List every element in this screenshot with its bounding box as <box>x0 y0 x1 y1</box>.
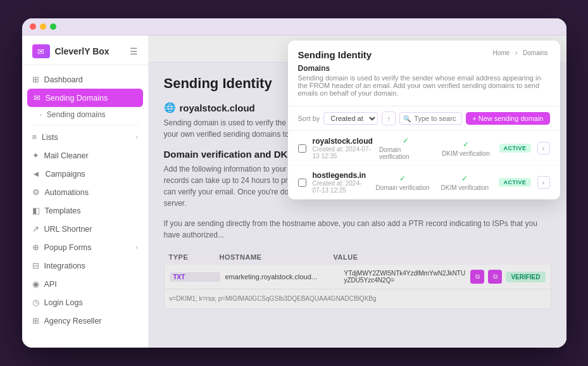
sidebar-item-lists[interactable]: ≡ Lists › <box>22 128 148 146</box>
modal-toolbar: Sort by Created at ↑ 🔍 + New sending dom… <box>288 106 560 131</box>
nav-divider <box>32 125 138 125</box>
sort-order-button[interactable]: ↑ <box>382 111 396 125</box>
modal-overlay: Sending Identity Home › Domains Domains … <box>149 35 566 348</box>
domain-verification-label-2: Domain verification <box>375 184 429 191</box>
sidebar-item-label: URL Shortner <box>44 225 92 234</box>
dkim-verification-label-1: DKIM verification <box>442 150 490 157</box>
domain-verification-col-2: ✓ Domain verification <box>375 174 430 191</box>
modal-title: Sending Identity <box>298 49 372 60</box>
sidebar-item-label: Mail Cleaner <box>44 151 89 160</box>
sidebar-item-automations[interactable]: ⚙ Automations <box>22 183 148 201</box>
domain-row-2: hostlegends.in Created at: 2024-07-13 12… <box>288 166 560 199</box>
new-domain-button[interactable]: + New sending domain <box>466 112 549 125</box>
chevron-icon: › <box>135 134 137 141</box>
modal-sub-desc: Sending domain is used to verify the sen… <box>298 74 550 97</box>
sort-label: Sort by <box>298 115 320 122</box>
sidebar-item-dashboard[interactable]: ⊞ Dashboard <box>22 70 148 89</box>
window-maximize-dot[interactable] <box>50 23 56 30</box>
sidebar-item-integrations[interactable]: ⊟ Integrations <box>22 256 148 275</box>
window-close-dot[interactable] <box>30 23 36 30</box>
sidebar-item-label: Dashboard <box>44 75 83 84</box>
domain-verification-col-1: ✓ Domain verification <box>379 136 433 160</box>
browser-window: ✉ CleverlY Box ☰ ⊞ Dashboard ✉ Sending D… <box>22 18 566 348</box>
modal-sub-title: Domains <box>298 64 550 73</box>
domain-date-2: Created at: 2024-07-13 12:25 <box>313 180 368 194</box>
sidebar-item-label: Agency Reseller <box>44 317 102 325</box>
dkim-verification-col-1: ✓ DKIM verification <box>439 140 493 157</box>
sub-item-dot: · <box>40 110 42 119</box>
domain-name-2: hostlegends.in <box>313 171 368 180</box>
app-container: ✉ CleverlY Box ☰ ⊞ Dashboard ✉ Sending D… <box>22 35 566 348</box>
status-badge-1: ACTIVE <box>499 144 531 153</box>
dkim-verification-label-2: DKIM verification <box>441 184 489 191</box>
domain-row-1: royalstock.cloud Created at: 2024-07-13 … <box>288 131 560 166</box>
agency-reseller-icon: ⊞ <box>32 316 39 325</box>
sending-domains-icon: ✉ <box>34 93 41 103</box>
sort-select[interactable]: Created at <box>323 112 378 125</box>
sidebar-item-label: Templates <box>45 206 81 215</box>
sidebar-item-api[interactable]: ◉ API <box>22 275 148 293</box>
logo-icon: ✉ <box>32 44 50 58</box>
domain-name-1: royalstock.cloud <box>313 137 373 146</box>
sidebar-item-label: Lists <box>42 133 58 142</box>
url-shortner-icon: ↗ <box>32 224 39 234</box>
sidebar-nav: ⊞ Dashboard ✉ Sending Domains · Sending … <box>22 65 148 340</box>
sidebar-item-popup-forms[interactable]: ⊕ Popup Forms › <box>22 238 148 256</box>
sidebar-item-label: Sending Domains <box>46 94 108 103</box>
search-icon-small: 🔍 <box>403 115 411 122</box>
modal-header: Sending Identity Home › Domains Domains … <box>288 41 560 106</box>
domain-verification-label-1: Domain verification <box>379 146 433 160</box>
browser-chrome <box>22 18 566 35</box>
logo-text: CleverlY Box <box>55 46 109 56</box>
dkim-verify-check-2: ✓ <box>461 174 468 183</box>
campaigns-icon: ◄ <box>32 169 41 179</box>
main-content: 🔍 Reputation Score 100% Dev Rathi ▾ <box>149 35 566 348</box>
domain-actions-btn-2[interactable]: › <box>537 176 550 189</box>
sidebar-sub-item-label: Sending domains <box>47 110 106 119</box>
api-icon: ◉ <box>32 279 39 289</box>
search-wrap: 🔍 <box>399 112 462 125</box>
integrations-icon: ⊟ <box>32 261 39 270</box>
modal-breadcrumb-sep: › <box>515 49 519 56</box>
domain-info-1: royalstock.cloud Created at: 2024-07-13 … <box>313 137 373 160</box>
domain-checkbox-1[interactable] <box>298 144 306 153</box>
modal-breadcrumb-home[interactable]: Home <box>492 49 510 56</box>
domain-info-2: hostlegends.in Created at: 2024-07-13 12… <box>313 171 368 194</box>
sidebar-item-label: Popup Forms <box>44 243 92 252</box>
login-logs-icon: ◷ <box>32 298 39 307</box>
domain-checkbox-2[interactable] <box>298 179 306 187</box>
chevron-icon: › <box>135 244 137 251</box>
domain-actions-btn-1[interactable]: › <box>537 142 550 155</box>
sidebar-item-label: Campaigns <box>45 170 85 179</box>
sidebar-item-sending-domains[interactable]: ✉ Sending Domains <box>27 89 143 107</box>
modal-panel: Sending Identity Home › Domains Domains … <box>288 41 560 199</box>
sidebar-item-campaigns[interactable]: ◄ Campaigns <box>22 165 148 183</box>
sidebar: ✉ CleverlY Box ☰ ⊞ Dashboard ✉ Sending D… <box>22 35 149 348</box>
sidebar-item-agency-reseller[interactable]: ⊞ Agency Reseller <box>22 312 148 330</box>
sidebar-item-label: Automations <box>45 188 89 197</box>
popup-forms-icon: ⊕ <box>32 243 39 252</box>
dashboard-icon: ⊞ <box>32 75 39 84</box>
sidebar-item-label: API <box>44 280 57 289</box>
mail-cleaner-icon: ✦ <box>32 151 39 160</box>
dkim-verification-col-2: ✓ DKIM verification <box>437 174 492 191</box>
sidebar-item-mail-cleaner[interactable]: ✦ Mail Cleaner <box>22 146 148 165</box>
window-minimize-dot[interactable] <box>40 23 46 30</box>
automations-icon: ⚙ <box>32 187 40 197</box>
sidebar-item-label: Login Logs <box>44 298 83 307</box>
modal-breadcrumb: Home › Domains <box>491 49 549 56</box>
sidebar-header: ✉ CleverlY Box ☰ <box>22 35 148 65</box>
status-badge-2: ACTIVE <box>499 178 530 187</box>
sidebar-item-login-logs[interactable]: ◷ Login Logs <box>22 293 148 312</box>
templates-icon: ◧ <box>32 206 40 215</box>
hamburger-icon[interactable]: ☰ <box>130 46 138 56</box>
sidebar-item-templates[interactable]: ◧ Templates <box>22 201 148 220</box>
domain-verify-check-1: ✓ <box>403 136 409 145</box>
sidebar-item-url-shortner[interactable]: ↗ URL Shortner <box>22 220 148 238</box>
sidebar-sub-item-sending-domains[interactable]: · Sending domains <box>22 107 148 122</box>
lists-icon: ≡ <box>32 132 37 142</box>
domain-verify-check-2: ✓ <box>399 174 406 183</box>
dkim-verify-check-1: ✓ <box>463 140 469 149</box>
domain-date-1: Created at: 2024-07-13 12:35 <box>313 146 373 160</box>
modal-breadcrumb-current: Domains <box>523 49 547 56</box>
